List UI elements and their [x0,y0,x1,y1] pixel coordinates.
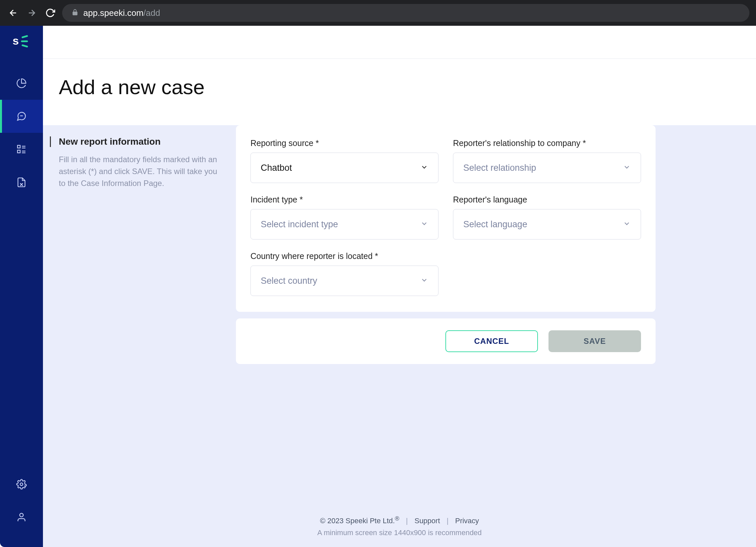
field-language: Reporter's language Select language [453,195,641,240]
svg-rect-2 [18,145,20,148]
browser-reload-button[interactable] [44,6,57,20]
footer-copyright: © 2023 Speeki Pte Ltd. [320,517,395,525]
field-label: Country where reporter is located * [250,252,438,261]
select-value: Chatbot [261,163,292,173]
app-header [43,26,756,59]
svg-point-11 [20,513,23,517]
svg-point-10 [20,483,23,486]
sidebar-item-survey[interactable] [0,133,43,166]
chevron-down-icon [420,163,428,173]
url-text: app.speeki.com/add [83,8,160,18]
reporting-source-select[interactable]: Chatbot [250,153,438,183]
relationship-select[interactable]: Select relationship [453,153,641,183]
field-label: Reporter's relationship to company * [453,138,641,148]
grid-list-icon [16,144,27,155]
incident-type-select[interactable]: Select incident type [250,209,438,240]
footer-min-size-note: A minimum screen size 1440x900 is recomm… [59,528,740,537]
file-x-icon [16,177,27,188]
form-description-panel: New report information Fill in all the m… [59,125,217,364]
message-icon [16,111,27,122]
chevron-down-icon [420,220,428,229]
field-incident-type: Incident type * Select incident type [250,195,438,240]
chevron-down-icon [420,276,428,285]
browser-chrome: app.speeki.com/add [0,0,756,26]
cancel-button[interactable]: CANCEL [445,330,538,352]
field-label: Reporting source * [250,138,438,148]
gear-icon [16,479,27,489]
footer-support-link[interactable]: Support [414,517,440,525]
form-step-heading: New report information [50,137,217,147]
svg-text:s: s [13,35,19,47]
sidebar-item-cases[interactable] [0,100,43,133]
field-label: Reporter's language [453,195,641,205]
chevron-down-icon [623,163,631,173]
browser-address-bar[interactable]: app.speeki.com/add [62,4,749,22]
sidebar-item-profile[interactable] [0,501,43,534]
page-title-section: Add a new case [43,59,756,125]
sidebar-item-dashboard[interactable] [0,67,43,100]
app-sidebar: s [0,26,43,547]
field-label: Incident type * [250,195,438,205]
field-reporting-source: Reporting source * Chatbot [250,138,438,183]
sidebar-item-documents[interactable] [0,166,43,199]
save-button[interactable]: SAVE [548,330,641,352]
arrow-left-icon [8,8,18,18]
page-title: Add a new case [59,75,740,99]
select-placeholder: Select relationship [463,163,536,173]
field-country: Country where reporter is located * Sele… [250,252,438,296]
select-placeholder: Select incident type [261,219,338,230]
reload-icon [45,8,55,18]
form-actions: CANCEL SAVE [236,318,656,364]
footer-privacy-link[interactable]: Privacy [455,517,479,525]
chevron-down-icon [623,220,631,229]
form-step-description: Fill in all the mandatory fields marked … [59,154,217,189]
select-placeholder: Select language [463,219,527,230]
main-content: Add a new case New report information Fi… [43,26,756,547]
form-card: Reporting source * Chatbot Reporter's re… [236,125,656,312]
browser-forward-button[interactable] [25,6,38,20]
svg-rect-3 [18,150,20,153]
user-icon [16,512,27,523]
select-placeholder: Select country [261,276,317,286]
pie-chart-icon [16,78,27,89]
lock-icon [71,8,79,18]
field-relationship: Reporter's relationship to company * Sel… [453,138,641,183]
sidebar-item-settings[interactable] [0,468,43,501]
language-select[interactable]: Select language [453,209,641,240]
country-select[interactable]: Select country [250,266,438,296]
app-footer: © 2023 Speeki Pte Ltd.® | Support | Priv… [43,508,756,547]
browser-back-button[interactable] [7,6,20,20]
arrow-right-icon [27,8,37,18]
app-logo[interactable]: s [13,32,30,50]
